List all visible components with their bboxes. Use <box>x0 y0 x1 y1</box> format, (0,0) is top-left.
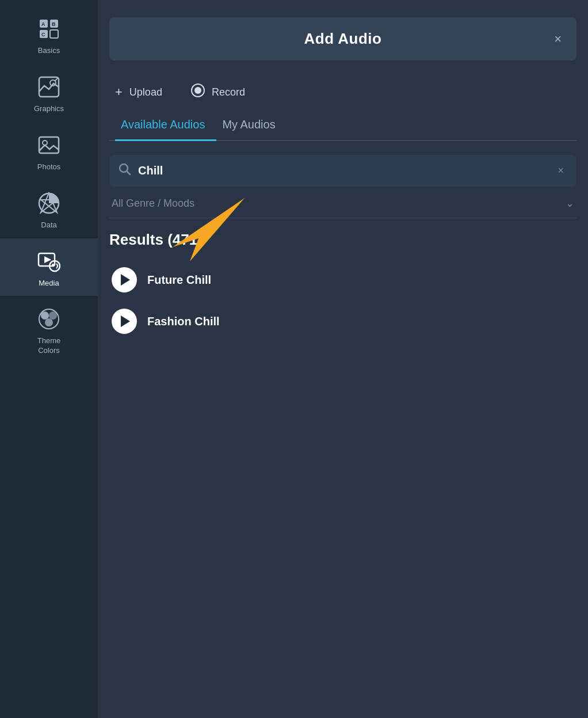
record-label: Record <box>212 86 245 98</box>
svg-point-19 <box>49 311 57 320</box>
record-icon <box>191 83 205 101</box>
sidebar: A B C Basics Graphics <box>0 0 98 718</box>
sidebar-item-graphics[interactable]: Graphics <box>0 64 98 122</box>
svg-text:C: C <box>41 32 45 37</box>
audio-name-2: Fashion Chill <box>147 315 220 328</box>
sidebar-item-basics[interactable]: A B C Basics <box>0 6 98 64</box>
sidebar-item-label-graphics: Graphics <box>34 104 64 114</box>
svg-marker-14 <box>44 256 51 263</box>
play-button-1[interactable] <box>112 267 137 292</box>
photos-icon <box>36 132 62 158</box>
sidebar-item-data[interactable]: Data <box>0 180 98 238</box>
tab-available-audios[interactable]: Available Audios <box>115 112 216 141</box>
upload-button[interactable]: + Upload <box>115 85 162 100</box>
media-icon <box>36 249 62 274</box>
search-icon <box>119 163 131 178</box>
svg-text:A: A <box>41 21 45 27</box>
record-button[interactable]: Record <box>191 83 245 101</box>
main-panel: Add Audio × + Upload Record Available Au… <box>98 0 588 718</box>
upload-label: Upload <box>129 86 162 98</box>
svg-point-20 <box>45 318 53 326</box>
svg-rect-10 <box>39 137 59 153</box>
audio-name-1: Future Chill <box>147 273 211 287</box>
chevron-down-icon: ⌄ <box>566 197 574 210</box>
genre-label: All Genre / Moods <box>112 197 194 210</box>
play-icon-1 <box>121 274 130 286</box>
search-box: × <box>109 155 576 187</box>
sidebar-item-label-data: Data <box>41 221 56 230</box>
plus-icon: + <box>115 85 123 100</box>
sidebar-item-label-theme-colors: ThemeColors <box>37 336 60 356</box>
action-row: + Upload Record <box>109 78 576 112</box>
sidebar-item-label-media: Media <box>39 279 59 288</box>
svg-point-22 <box>194 87 201 94</box>
theme-colors-icon <box>36 306 62 332</box>
data-icon <box>36 191 62 216</box>
play-icon-2 <box>121 316 130 327</box>
sidebar-item-media[interactable]: Media <box>0 238 98 297</box>
sidebar-item-label-basics: Basics <box>38 46 60 56</box>
svg-point-16 <box>52 264 54 266</box>
tab-my-audios[interactable]: My Audios <box>216 112 287 141</box>
svg-point-18 <box>41 311 49 320</box>
search-clear-button[interactable]: × <box>554 164 567 178</box>
audio-item[interactable]: Future Chill <box>109 259 576 301</box>
genre-dropdown[interactable]: All Genre / Moods ⌄ <box>109 187 576 218</box>
header-bar: Add Audio × <box>109 17 576 60</box>
svg-rect-6 <box>50 30 58 38</box>
sidebar-item-label-photos: Photos <box>37 162 60 172</box>
dialog-title: Add Audio <box>304 30 382 48</box>
results-label: Results (471) <box>109 223 576 259</box>
sidebar-item-theme-colors[interactable]: ThemeColors <box>0 296 98 364</box>
basics-icon: A B C <box>36 16 62 41</box>
sidebar-item-photos[interactable]: Photos <box>0 122 98 180</box>
close-button[interactable]: × <box>549 31 566 48</box>
audio-item-2[interactable]: Fashion Chill <box>109 301 576 342</box>
svg-line-9 <box>55 78 58 81</box>
tabs-row: Available Audios My Audios <box>109 112 576 141</box>
svg-text:B: B <box>52 21 56 27</box>
graphics-icon <box>36 74 62 100</box>
play-button-2[interactable] <box>112 309 137 334</box>
search-input[interactable] <box>138 164 547 177</box>
svg-line-24 <box>127 172 131 175</box>
